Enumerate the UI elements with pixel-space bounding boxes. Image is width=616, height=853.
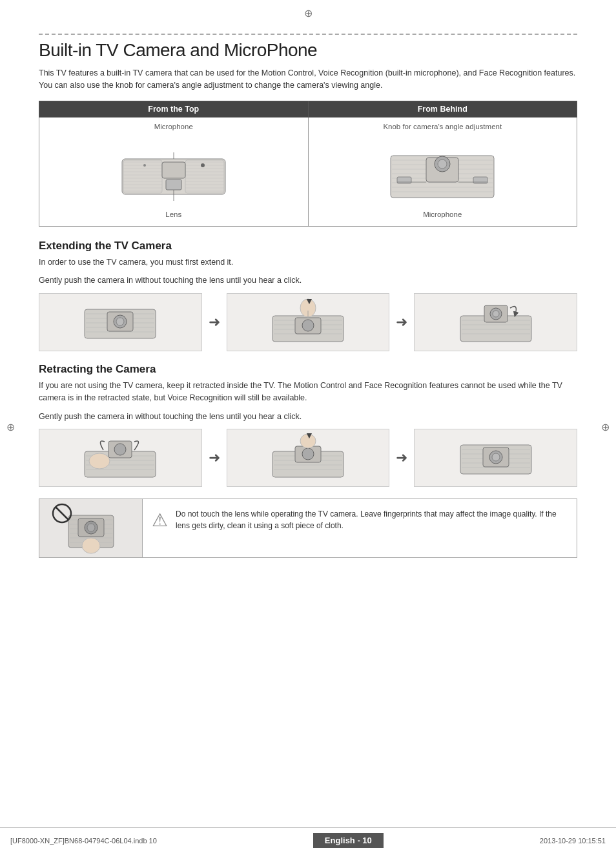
section1-title: Extending the TV Camera <box>39 240 577 252</box>
camera-diagram-table: From the Top From Behind Microphone <box>39 101 577 227</box>
svg-text:▼: ▼ <box>305 296 314 306</box>
section2-title: Retracting the Camera <box>39 363 577 376</box>
section1-text2: Gently push the camera in without touchi… <box>39 274 577 287</box>
diagram-col2: Knob for camera's angle adjustment <box>308 117 577 226</box>
retract-step2-svg: ▼ <box>269 432 347 484</box>
reg-mark-left <box>6 420 15 433</box>
back-view-svg <box>378 133 507 211</box>
extend-step2-svg: ▼ <box>269 296 347 348</box>
svg-point-79 <box>89 453 110 469</box>
extend-step3-svg <box>457 296 535 348</box>
svg-point-60 <box>302 320 314 331</box>
warning-img <box>39 499 143 557</box>
svg-point-78 <box>114 444 126 455</box>
extend-step2: ▼ <box>227 293 390 351</box>
arrow3: ➜ <box>209 449 220 466</box>
extend-step3 <box>414 293 577 351</box>
page-container: Built-in TV Camera and MicroPhone This T… <box>0 0 616 853</box>
svg-point-108 <box>82 538 100 553</box>
intro-text: This TV features a built-in TV camera th… <box>39 67 577 92</box>
page-title: Built-in TV Camera and MicroPhone <box>39 40 577 61</box>
col2-label-top: Knob for camera's angle adjustment <box>314 123 572 130</box>
arrow2: ➜ <box>396 314 407 331</box>
svg-point-86 <box>302 448 314 460</box>
extending-steps: ➜ ▼ ➜ <box>39 293 577 351</box>
diagram-col1: Microphone <box>39 117 309 226</box>
svg-point-53 <box>116 318 124 325</box>
col2-label-bottom: Microphone <box>314 211 572 218</box>
svg-point-40 <box>438 159 447 169</box>
reg-mark-right <box>601 420 610 433</box>
top-rule <box>39 34 577 35</box>
svg-rect-24 <box>166 180 181 190</box>
warning-box: ⚠ Do not touch the lens while operating … <box>39 498 577 558</box>
col1-label-bottom: Lens <box>45 211 303 218</box>
arrow1: ➜ <box>209 314 220 331</box>
svg-point-71 <box>493 311 499 317</box>
svg-rect-42 <box>473 177 488 183</box>
retract-step2: ▼ <box>227 429 390 487</box>
svg-text:▼: ▼ <box>305 432 314 440</box>
retract-step3-svg <box>457 432 535 484</box>
retract-step1 <box>39 429 202 487</box>
col1-label-top: Microphone <box>45 123 303 130</box>
warning-content: ⚠ Do not touch the lens while operating … <box>143 499 577 557</box>
svg-point-97 <box>492 453 500 461</box>
section1-text1: In order to use the TV camera, you must … <box>39 256 577 269</box>
section2-text2: Gently push the camera in without touchi… <box>39 411 577 423</box>
extend-step1-svg <box>81 296 159 348</box>
reg-mark-top <box>304 6 313 20</box>
extend-step1 <box>39 293 202 351</box>
warning-text: Do not touch the lens while operating th… <box>176 508 568 531</box>
svg-rect-41 <box>397 177 411 183</box>
svg-point-26 <box>143 164 146 167</box>
footer-center: English - 10 <box>313 833 384 848</box>
svg-line-110 <box>56 507 68 520</box>
svg-rect-23 <box>162 162 185 178</box>
retracting-steps: ➜ ▼ ➜ <box>39 429 577 487</box>
retract-step3 <box>414 429 577 487</box>
top-view-svg <box>109 133 238 211</box>
svg-point-107 <box>87 524 95 531</box>
arrow4: ➜ <box>396 449 407 466</box>
footer-right: 2013-10-29 10:15:51 <box>540 837 606 845</box>
section2-text1: If you are not using the TV camera, keep… <box>39 380 577 404</box>
svg-point-25 <box>201 163 205 167</box>
footer: [UF8000-XN_ZF]BN68-04794C-06L04.indb 10 … <box>0 827 616 853</box>
col1-header: From the Top <box>39 101 309 117</box>
footer-left: [UF8000-XN_ZF]BN68-04794C-06L04.indb 10 <box>10 837 157 845</box>
warning-triangle-icon: ⚠ <box>152 509 168 531</box>
warning-camera-svg <box>49 499 133 557</box>
retract-step1-svg <box>81 432 159 484</box>
col2-header: From Behind <box>308 101 577 117</box>
